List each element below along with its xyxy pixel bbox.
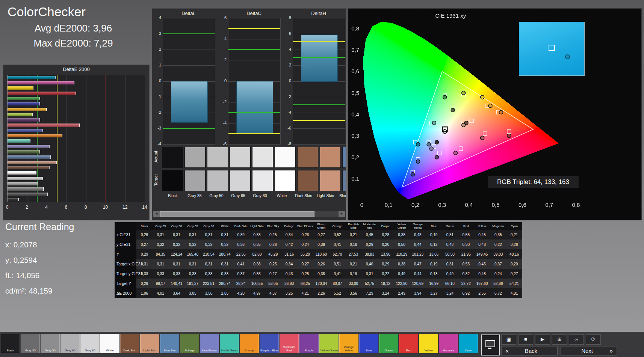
table-cell: 0,33 [169, 272, 185, 276]
patch-button-white[interactable]: White [100, 334, 119, 353]
scrollbar-thumb[interactable] [160, 211, 314, 217]
table-header-cell: Green [442, 224, 458, 228]
patch-button-gray-80[interactable]: Gray 80 [80, 334, 100, 353]
swatch-actual-black [162, 147, 183, 168]
table-cell: 0,38 [394, 262, 410, 266]
table-header-cell: Light Skin [249, 224, 265, 228]
deltae-bar-row [8, 86, 145, 90]
deltae-bar-white [8, 171, 36, 175]
patch-button-light-skin[interactable]: Light Skin [140, 334, 159, 353]
axis-tick-label: 2 [153, 47, 161, 51]
patch-button-blue-flower[interactable]: Blue Flower [200, 334, 219, 353]
table-row: Target y:CIE310,330,330,330,330,330,330,… [115, 269, 522, 279]
patch-button-orange[interactable]: Orange [240, 334, 259, 353]
table-cell: 0,44 [410, 272, 426, 276]
table-row: x:CIE310,280,310,310,310,310,310,390,380… [115, 230, 522, 240]
patch-button-gray-65[interactable]: Gray 65 [60, 334, 80, 353]
table-row-label: x:CIE31 [115, 230, 136, 240]
scrollbar-track[interactable] [160, 211, 339, 217]
delta-chart-deltah: DeltaH86420-2-4-6-8 [283, 9, 345, 148]
back-button[interactable]: « Back [501, 346, 558, 355]
patch-button-orange-yellow[interactable]: Orange Yellow [339, 334, 358, 353]
axis-tick-label: -6 [218, 142, 227, 146]
table-header-cell: Red [458, 224, 474, 228]
table-cell: 0,31 [361, 272, 378, 276]
patch-button-red[interactable]: Red [399, 334, 418, 353]
axis-tick-label: 4 [283, 47, 291, 51]
table-cell: 0,31 [442, 233, 458, 237]
play-button[interactable]: ▶ [535, 334, 550, 345]
table-cell: 280,74 [217, 282, 233, 286]
delta-plot-area [293, 18, 345, 145]
table-cell: 53,05 [265, 282, 281, 286]
table-row: Target x:CIE310,310,310,310,310,310,310,… [115, 259, 522, 269]
patch-button-magenta[interactable]: Magenta [439, 334, 458, 353]
patch-button-blue-sky[interactable]: Blue Sky [160, 334, 179, 353]
patch-button-moderate-red[interactable]: Moderate Red [280, 334, 299, 353]
stop-button[interactable]: ■ [518, 334, 533, 345]
patch-button-cyan[interactable]: Cyan [459, 334, 478, 353]
patch-button-purple[interactable]: Purple [299, 334, 319, 353]
axis-tick-label: 0 [283, 78, 291, 83]
axis-tick-label: 4 [153, 15, 161, 20]
continuous-button[interactable]: ∞ [569, 334, 584, 345]
patch-button-black[interactable]: Black [1, 334, 20, 353]
stop-icon: ■ [524, 336, 527, 342]
patch-button-yellow[interactable]: Yellow [419, 334, 438, 353]
table-cell: 2,49 [394, 291, 410, 295]
table-header-cell: Blue Sky [265, 224, 281, 228]
table-cell: 0,34 [281, 262, 297, 266]
table-cell: 3,25 [281, 291, 297, 295]
scroll-right-button[interactable]: ► [339, 211, 345, 217]
table-cell: 21,95 [458, 252, 474, 256]
table-cell: 0,31 [153, 233, 169, 237]
table-cell: 110,60 [313, 252, 330, 256]
patch-button-bluish-green[interactable]: Bluish Green [220, 334, 239, 353]
patch-button-foliage[interactable]: Foliage [180, 334, 199, 353]
threshold-line [228, 28, 280, 29]
display-button[interactable] [481, 334, 500, 355]
grid-button[interactable]: ⊞ [552, 334, 567, 345]
next-button[interactable]: Next » [561, 346, 617, 355]
swatch-target-gray-50 [207, 170, 228, 191]
table-cell: 0,27 [136, 243, 153, 247]
deltae-bar-blue-flower [8, 145, 50, 148]
patch-button-blue[interactable]: Blue [359, 334, 378, 353]
axis-tick-label: 8 [85, 205, 87, 210]
table-cell: 0,38 [394, 233, 410, 237]
table-cell: 223,81 [201, 282, 217, 286]
patch-button-dark-skin[interactable]: Dark Skin [120, 334, 139, 353]
patch-button-gray-35[interactable]: Gray 35 [21, 334, 40, 353]
deltae-bar-row [8, 150, 145, 154]
swatch-target-gray-35 [184, 170, 206, 191]
threshold-line [228, 112, 280, 113]
patch-button-purplish-blue[interactable]: Purplish Blue [260, 334, 279, 353]
patch-button-label: Cyan [465, 349, 472, 353]
swatch-scrollbar[interactable]: ◄ ► [153, 211, 345, 218]
grid-icon: ⊞ [558, 336, 562, 342]
table-cell: 0,48 [442, 243, 458, 247]
table-cell: 66,25 [297, 282, 313, 286]
actual-swatch-row [162, 147, 346, 168]
patch-button-yellow-green[interactable]: Yellow Green [319, 334, 339, 353]
table-cell: 0,25 [297, 272, 313, 276]
refresh-button[interactable]: ⟳ [586, 334, 601, 345]
table-cell: 110,29 [394, 252, 410, 256]
table-cell: 0,36 [249, 272, 265, 276]
patch-button-green[interactable]: Green [379, 334, 398, 353]
table-cell: 0,28 [136, 233, 153, 237]
pattern-window-button[interactable]: ▣ [501, 334, 516, 345]
table-cell: 22,56 [233, 252, 249, 256]
table-row-label: Target y:CIE31 [115, 269, 136, 279]
patch-button-gray-50[interactable]: Gray 50 [41, 334, 60, 353]
table-cell: 100,55 [249, 282, 265, 286]
back-button-label: Back [525, 346, 537, 355]
deltae-bar-gray-35 [8, 193, 48, 196]
table-cell: 181,37 [184, 282, 201, 286]
patch-button-label: Moderate Red [280, 345, 298, 353]
swatch-row-label-actual: Actual [154, 147, 160, 167]
deltae-bar-gray-80 [8, 177, 43, 180]
scroll-left-button[interactable]: ◄ [153, 211, 160, 217]
table-cell: 27,53 [345, 252, 361, 256]
current-reading-panel: Current Reading x: 0,2078 y: 0,2594 fL: … [5, 221, 110, 298]
